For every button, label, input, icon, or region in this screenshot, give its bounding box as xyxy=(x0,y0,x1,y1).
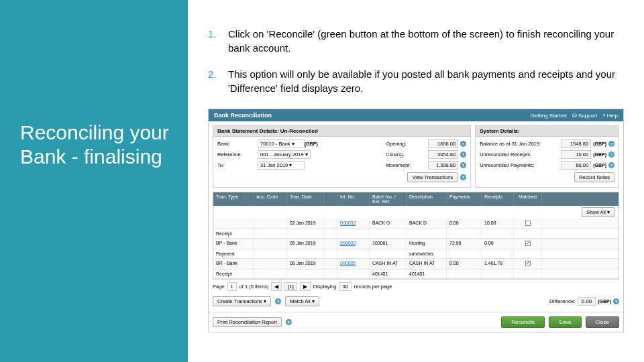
step-number: 2. xyxy=(208,67,228,95)
step-item: 1. Click on 'Reconcile' (green button at… xyxy=(208,27,624,55)
support-link[interactable]: ⛁ Support xyxy=(572,113,597,119)
unrec-payments-value: 80.00 xyxy=(561,161,591,170)
table-row[interactable]: 02 Jan 2019000002BACK OBACK D0.0010.00 xyxy=(213,219,619,229)
bank-select[interactable]: 70010 - Bank ▾ xyxy=(258,139,305,148)
record-notes-button[interactable]: Record Notes xyxy=(574,172,614,182)
grid-header: Tran. Type Acc. Code Tran. Date Int. No.… xyxy=(213,192,619,206)
info-icon[interactable]: ? xyxy=(613,298,619,304)
reconcile-button[interactable]: Reconcile xyxy=(501,316,545,328)
balance-value: 1548.80 xyxy=(561,139,591,148)
closing-label: Closing: xyxy=(386,152,426,158)
info-icon[interactable]: ? xyxy=(460,152,466,158)
save-button[interactable]: Save xyxy=(549,316,581,328)
info-icon[interactable]: ? xyxy=(460,141,466,147)
matched-checkbox[interactable] xyxy=(525,221,531,226)
header-links: Getting Started ⛁ Support ? Help xyxy=(531,113,618,119)
slide-content: 1. Click on 'Reconcile' (green button at… xyxy=(188,0,644,362)
info-icon[interactable]: ? xyxy=(460,162,466,168)
balance-label: Balance as at 31 Jan 2019: xyxy=(480,141,553,147)
app-footer: Print Reconciliation Report ? Reconcile … xyxy=(209,312,623,332)
opening-label: Opening: xyxy=(386,141,426,147)
unrec-receipts-label: Unreconciled Receipts: xyxy=(480,152,553,158)
movement-value: 1,398.80 xyxy=(428,161,458,170)
step-item: 2. This option will only be available if… xyxy=(208,67,624,95)
page-of: of 1 (5 items) xyxy=(239,284,269,290)
info-icon[interactable]: ? xyxy=(286,319,292,325)
to-date-select[interactable]: 31 Jan 2019 ▾ xyxy=(258,161,305,170)
info-icon[interactable]: ? xyxy=(275,298,281,304)
panel-heading: System Details: xyxy=(476,126,619,137)
per-page-label: records per page xyxy=(354,284,392,290)
show-all-button[interactable]: Show All ▾ xyxy=(582,207,614,217)
difference-currency: (GBP) xyxy=(598,299,611,304)
page-first-icon[interactable]: ◀ xyxy=(271,282,282,291)
table-row[interactable]: Paymentsandwiches xyxy=(213,249,619,259)
create-transactions-button[interactable]: Create Transactions ▾ xyxy=(213,296,271,306)
print-report-button[interactable]: Print Reconciliation Report xyxy=(213,317,282,327)
per-page-select[interactable]: 30 xyxy=(339,282,351,291)
difference-value: 0.00 xyxy=(578,297,596,306)
panel-heading: Bank Statement Details: Un-Reconciled xyxy=(213,126,470,137)
table-row[interactable]: Receipt xyxy=(213,229,619,239)
info-icon[interactable]: ? xyxy=(608,141,614,147)
view-transactions-button[interactable]: View Transactions xyxy=(407,172,458,182)
pager: Page 1 of 1 (5 items) ◀ [1] ▶ Displaying… xyxy=(209,280,623,294)
slide-sidebar: Reconciling your Bank - finalising xyxy=(0,0,188,362)
info-icon[interactable]: ? xyxy=(460,174,466,180)
bank-label: Bank: xyxy=(217,141,258,147)
closing-value: 3054.80 xyxy=(428,150,458,159)
page-current[interactable]: [1] xyxy=(284,282,297,291)
page-label: Page xyxy=(213,284,225,290)
unrec-receipts-value: 10.00 xyxy=(561,150,591,159)
opening-value: 1656.00 xyxy=(428,139,458,148)
movement-label: Movement: xyxy=(386,162,426,168)
system-details-panel: System Details: Balance as at 31 Jan 201… xyxy=(475,125,619,188)
info-icon[interactable]: ? xyxy=(608,152,614,158)
match-all-button[interactable]: Match All ▾ xyxy=(285,296,319,306)
bank-currency: (GBP) xyxy=(305,141,318,146)
help-link[interactable]: ? Help xyxy=(602,113,618,119)
close-button[interactable]: Close xyxy=(586,316,619,328)
page-last-icon[interactable]: ▶ xyxy=(300,282,311,291)
table-row[interactable]: BR - Bank08 Jan 2019000005CASH IN ATCASH… xyxy=(213,259,619,269)
bank-statement-panel: Bank Statement Details: Un-Reconciled Ba… xyxy=(213,125,471,188)
steps-list: 1. Click on 'Reconcile' (green button at… xyxy=(208,27,624,95)
grid-actions: Create Transactions ▾ ? Match All ▾ Diff… xyxy=(209,294,623,309)
app-screenshot: Bank Reconciliation Getting Started ⛁ Su… xyxy=(208,109,624,333)
slide-title: Reconciling your Bank - finalising xyxy=(20,121,174,169)
to-label: To: xyxy=(217,162,258,168)
app-header: Bank Reconciliation Getting Started ⛁ Su… xyxy=(209,109,623,121)
table-row[interactable]: BP - Bank05 Jan 2019000003103081Hosting7… xyxy=(213,239,619,249)
difference-label: Difference: xyxy=(549,298,576,304)
app-title: Bank Reconciliation xyxy=(214,112,272,119)
table-row[interactable]: Receipt401401401401 xyxy=(213,269,619,279)
info-icon[interactable]: ? xyxy=(608,162,614,168)
displaying-label: Displaying xyxy=(313,284,337,290)
reference-select[interactable]: 001 - January 2019 ▾ xyxy=(258,150,311,159)
step-text: This option will only be available if yo… xyxy=(228,67,624,95)
matched-checkbox[interactable] xyxy=(525,241,531,246)
matched-checkbox[interactable] xyxy=(525,261,531,266)
page-number[interactable]: 1 xyxy=(227,282,237,291)
transactions-grid: Tran. Type Acc. Code Tran. Date Int. No.… xyxy=(213,192,619,280)
reference-label: Reference: xyxy=(217,152,258,158)
step-text: Click on 'Reconcile' (green button at th… xyxy=(228,27,624,55)
getting-started-link[interactable]: Getting Started xyxy=(531,113,567,119)
step-number: 1. xyxy=(208,27,228,55)
unrec-payments-label: Unreconciled Payments: xyxy=(480,162,553,168)
